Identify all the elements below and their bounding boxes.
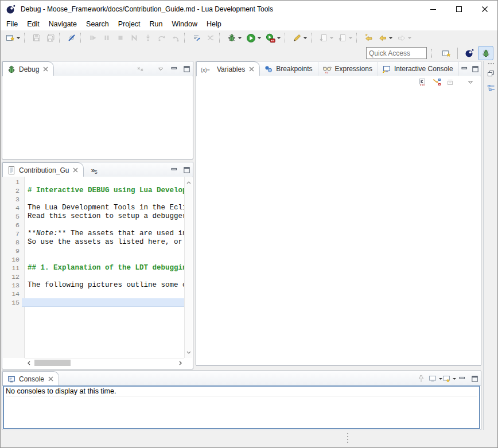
dropdown-arrow-icon[interactable] <box>389 37 392 39</box>
editor-line[interactable]: 1 <box>3 178 184 186</box>
close-tab-button[interactable] <box>43 67 48 72</box>
save-all-button[interactable] <box>44 31 57 45</box>
menu-navigate[interactable]: Navigate <box>44 19 81 29</box>
scroll-up-icon[interactable] <box>185 178 193 186</box>
dropdown-arrow-icon[interactable] <box>277 37 281 39</box>
editor-line[interactable]: 15 <box>3 298 184 307</box>
dropdown-arrow-icon[interactable] <box>349 37 352 39</box>
tab-interactive-console[interactable]: Interactive Console <box>378 62 459 76</box>
show-logical-structure-button[interactable] <box>430 76 443 88</box>
editor-line[interactable]: 9 <box>3 247 184 255</box>
view-menu-button[interactable] <box>464 76 477 88</box>
run-launch-button[interactable] <box>244 31 263 45</box>
dropdown-arrow-icon[interactable] <box>408 37 411 39</box>
open-perspective-button[interactable] <box>438 46 454 60</box>
close-tab-button[interactable] <box>73 167 78 173</box>
dropdown-arrow-icon[interactable] <box>17 37 20 39</box>
statusbar-drag-handle[interactable] <box>347 433 348 443</box>
step-return-button[interactable] <box>169 31 182 45</box>
save-button[interactable] <box>30 31 43 45</box>
open-console-button[interactable] <box>442 373 455 384</box>
previous-annotation-button[interactable] <box>336 31 354 45</box>
close-tab-button[interactable] <box>48 376 53 381</box>
tab-contribution-gu[interactable]: Contribution_Gu <box>2 162 84 177</box>
view-menu-button[interactable] <box>154 63 167 75</box>
minimize-view-button[interactable] <box>460 63 469 75</box>
quick-access-input[interactable] <box>366 47 427 59</box>
disconnect-button[interactable] <box>128 31 141 45</box>
tab-variables[interactable]: (x)=Variables <box>196 61 260 76</box>
tab-expressions[interactable]: xyExpressions <box>318 62 378 76</box>
next-annotation-button[interactable] <box>317 31 335 45</box>
window-maximize-button[interactable] <box>446 1 472 18</box>
scroll-right-icon[interactable] <box>176 359 184 367</box>
pin-console-button[interactable] <box>415 373 427 384</box>
scrollbar-thumb[interactable] <box>34 360 71 366</box>
tab-console[interactable]: Console <box>2 371 59 386</box>
editor-line[interactable]: 5Read this section to setup a debugger <box>3 212 184 221</box>
step-into-button[interactable] <box>142 31 154 45</box>
editor-line[interactable]: 11## 1. Explanation of the LDT debuggin <box>3 264 184 272</box>
debug-perspective-button[interactable] <box>478 46 493 60</box>
close-tab-button[interactable] <box>249 67 254 72</box>
scroll-down-icon[interactable] <box>185 348 193 356</box>
show-type-names-button[interactable] <box>417 76 429 88</box>
editor-line[interactable]: 14 <box>3 290 184 298</box>
editor-line[interactable]: 7**Note:** The assets that are used in <box>3 229 184 238</box>
scroll-left-icon[interactable] <box>25 359 33 367</box>
editor-line[interactable]: 13The following pictures outline some o <box>3 281 184 290</box>
dropdown-arrow-icon[interactable] <box>330 37 333 39</box>
minimize-view-button[interactable] <box>168 63 180 75</box>
editor-line[interactable]: 10 <box>3 255 184 264</box>
terminate-button[interactable] <box>114 31 127 45</box>
collapse-all-button[interactable] <box>444 76 457 88</box>
skip-all-breakpoints-button[interactable] <box>65 31 78 45</box>
use-step-filters-button[interactable] <box>190 31 203 45</box>
menu-help[interactable]: Help <box>202 19 226 29</box>
open-task-pen-button[interactable] <box>291 31 309 45</box>
menu-file[interactable]: File <box>2 19 22 29</box>
restore-view-button[interactable] <box>485 68 497 79</box>
menu-window[interactable]: Window <box>168 19 202 29</box>
new-wizard-button[interactable] <box>4 31 22 45</box>
maximize-view-button[interactable] <box>469 373 480 384</box>
dropdown-arrow-icon[interactable] <box>238 37 242 39</box>
remove-all-terminated-button[interactable] <box>134 63 147 75</box>
debug-launch-button[interactable] <box>225 31 243 45</box>
minimize-view-button[interactable] <box>168 164 180 176</box>
editor-line[interactable]: 6 <box>3 221 184 229</box>
tab-breakpoints[interactable]: Breakpoints <box>260 62 318 76</box>
minimize-view-button[interactable] <box>456 373 468 384</box>
step-over-button[interactable] <box>155 31 168 45</box>
editor-line[interactable]: 2# Interactive DEBUG using Lua Develop <box>3 186 184 195</box>
resume-button[interactable] <box>87 31 99 45</box>
editor-line[interactable]: 8So use the assets as listed here, or <box>3 238 184 247</box>
window-minimize-button[interactable] <box>420 1 446 18</box>
suspend-button[interactable] <box>100 31 113 45</box>
editor-line[interactable]: 4The Lua Development Tools in the Ecli <box>3 204 184 212</box>
window-close-button[interactable] <box>472 1 497 18</box>
tab-debug[interactable]: Debug <box>2 61 54 76</box>
editor-line[interactable]: 3 <box>3 195 184 204</box>
dropdown-arrow-icon[interactable] <box>453 378 456 380</box>
editor-line[interactable]: 12 <box>3 272 184 281</box>
strip-drag-handle[interactable] <box>488 63 494 64</box>
step-filters-button[interactable] <box>204 31 217 45</box>
menu-project[interactable]: Project <box>114 19 145 29</box>
maximize-view-button[interactable] <box>181 164 192 176</box>
editor-vertical-scrollbar[interactable] <box>184 177 192 358</box>
coverage-launch-button[interactable] <box>264 31 282 45</box>
menu-search[interactable]: Search <box>81 19 114 29</box>
dropdown-arrow-icon[interactable] <box>258 37 261 39</box>
console-content[interactable]: No consoles to display at this time. <box>3 385 480 429</box>
menu-run[interactable]: Run <box>145 19 168 29</box>
display-selected-console-button[interactable] <box>429 373 441 384</box>
editor-content[interactable]: 12# Interactive DEBUG using Lua Develop3… <box>3 177 192 368</box>
lua-perspective-button[interactable] <box>461 46 477 60</box>
maximize-view-button[interactable] <box>470 63 480 75</box>
outline-view-button[interactable] <box>485 83 497 94</box>
maximize-view-button[interactable] <box>181 63 192 75</box>
hidden-editors-chevron[interactable]: »5 <box>91 166 97 175</box>
dropdown-arrow-icon[interactable] <box>304 37 307 39</box>
forward-button[interactable] <box>395 31 413 45</box>
